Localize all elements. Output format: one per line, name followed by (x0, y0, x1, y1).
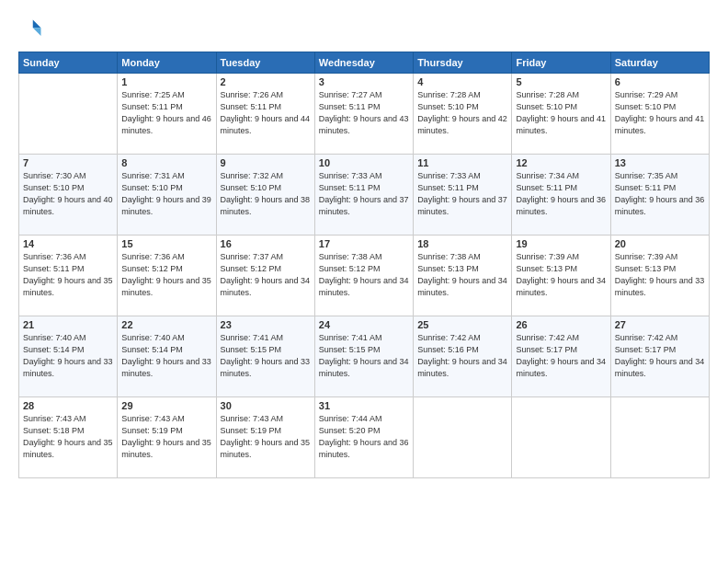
day-number: 18 (417, 238, 507, 249)
calendar-cell: 7Sunrise: 7:30 AMSunset: 5:10 PMDaylight… (19, 155, 118, 236)
day-info: Sunrise: 7:25 AMSunset: 5:11 PMDaylight:… (121, 89, 211, 137)
day-info: Sunrise: 7:30 AMSunset: 5:10 PMDaylight:… (23, 170, 113, 218)
day-number: 2 (221, 76, 311, 87)
calendar-week-row: 1Sunrise: 7:25 AMSunset: 5:11 PMDaylight… (19, 74, 710, 155)
day-number: 22 (121, 319, 211, 330)
day-number: 20 (615, 238, 705, 249)
day-info: Sunrise: 7:27 AMSunset: 5:11 PMDaylight:… (319, 89, 409, 137)
day-info: Sunrise: 7:26 AMSunset: 5:11 PMDaylight:… (221, 89, 311, 137)
day-number: 24 (319, 319, 409, 330)
calendar-cell: 8Sunrise: 7:31 AMSunset: 5:10 PMDaylight… (118, 155, 216, 236)
day-number: 11 (417, 157, 507, 168)
weekday-header: Friday (512, 52, 610, 74)
header (18, 17, 710, 42)
calendar-cell (512, 397, 610, 478)
calendar-cell: 22Sunrise: 7:40 AMSunset: 5:14 PMDayligh… (118, 316, 216, 397)
day-number: 25 (417, 319, 507, 330)
day-number: 8 (121, 157, 211, 168)
calendar-cell: 21Sunrise: 7:40 AMSunset: 5:14 PMDayligh… (19, 316, 118, 397)
weekday-header: Tuesday (216, 52, 314, 74)
day-number: 23 (221, 319, 311, 330)
day-info: Sunrise: 7:36 AMSunset: 5:11 PMDaylight:… (23, 251, 113, 299)
calendar-cell: 3Sunrise: 7:27 AMSunset: 5:11 PMDaylight… (314, 74, 413, 155)
calendar-cell: 26Sunrise: 7:42 AMSunset: 5:17 PMDayligh… (512, 316, 610, 397)
day-info: Sunrise: 7:34 AMSunset: 5:11 PMDaylight:… (516, 170, 606, 218)
day-number: 21 (23, 319, 113, 330)
day-info: Sunrise: 7:43 AMSunset: 5:19 PMDaylight:… (121, 413, 211, 461)
calendar-cell (414, 397, 512, 478)
day-info: Sunrise: 7:33 AMSunset: 5:11 PMDaylight:… (417, 170, 507, 218)
day-info: Sunrise: 7:38 AMSunset: 5:13 PMDaylight:… (417, 251, 507, 299)
day-info: Sunrise: 7:35 AMSunset: 5:11 PMDaylight:… (615, 170, 705, 218)
weekday-header: Sunday (19, 52, 118, 74)
day-info: Sunrise: 7:28 AMSunset: 5:10 PMDaylight:… (417, 89, 507, 137)
day-number: 14 (23, 238, 113, 249)
calendar-cell: 14Sunrise: 7:36 AMSunset: 5:11 PMDayligh… (19, 236, 118, 316)
day-number: 13 (615, 157, 705, 168)
calendar-cell: 25Sunrise: 7:42 AMSunset: 5:16 PMDayligh… (414, 316, 512, 397)
calendar: SundayMondayTuesdayWednesdayThursdayFrid… (18, 52, 710, 478)
calendar-cell (19, 74, 118, 155)
calendar-week-row: 28Sunrise: 7:43 AMSunset: 5:18 PMDayligh… (19, 397, 710, 478)
weekday-header: Monday (118, 52, 216, 74)
calendar-cell: 24Sunrise: 7:41 AMSunset: 5:15 PMDayligh… (314, 316, 413, 397)
day-number: 16 (221, 238, 311, 249)
calendar-cell: 13Sunrise: 7:35 AMSunset: 5:11 PMDayligh… (610, 155, 709, 236)
calendar-cell: 27Sunrise: 7:42 AMSunset: 5:17 PMDayligh… (610, 316, 709, 397)
calendar-cell: 19Sunrise: 7:39 AMSunset: 5:13 PMDayligh… (512, 236, 610, 316)
day-info: Sunrise: 7:40 AMSunset: 5:14 PMDaylight:… (121, 332, 211, 380)
logo (18, 17, 48, 42)
calendar-cell: 20Sunrise: 7:39 AMSunset: 5:13 PMDayligh… (610, 236, 709, 316)
day-info: Sunrise: 7:37 AMSunset: 5:12 PMDaylight:… (221, 251, 311, 299)
svg-marker-1 (33, 28, 41, 36)
weekday-header: Thursday (414, 52, 512, 74)
logo-icon (18, 17, 44, 42)
day-info: Sunrise: 7:32 AMSunset: 5:10 PMDaylight:… (221, 170, 311, 218)
calendar-header-row: SundayMondayTuesdayWednesdayThursdayFrid… (19, 52, 710, 74)
day-number: 7 (23, 157, 113, 168)
day-number: 6 (615, 76, 705, 87)
day-number: 4 (417, 76, 507, 87)
calendar-week-row: 14Sunrise: 7:36 AMSunset: 5:11 PMDayligh… (19, 236, 710, 316)
day-info: Sunrise: 7:42 AMSunset: 5:17 PMDaylight:… (615, 332, 705, 380)
calendar-week-row: 7Sunrise: 7:30 AMSunset: 5:10 PMDaylight… (19, 155, 710, 236)
day-number: 15 (121, 238, 211, 249)
day-info: Sunrise: 7:42 AMSunset: 5:16 PMDaylight:… (417, 332, 507, 380)
day-number: 5 (516, 76, 606, 87)
day-info: Sunrise: 7:28 AMSunset: 5:10 PMDaylight:… (516, 89, 606, 137)
day-info: Sunrise: 7:44 AMSunset: 5:20 PMDaylight:… (319, 413, 409, 461)
day-info: Sunrise: 7:29 AMSunset: 5:10 PMDaylight:… (615, 89, 705, 137)
day-info: Sunrise: 7:38 AMSunset: 5:12 PMDaylight:… (319, 251, 409, 299)
calendar-cell: 11Sunrise: 7:33 AMSunset: 5:11 PMDayligh… (414, 155, 512, 236)
calendar-cell: 5Sunrise: 7:28 AMSunset: 5:10 PMDaylight… (512, 74, 610, 155)
calendar-cell: 28Sunrise: 7:43 AMSunset: 5:18 PMDayligh… (19, 397, 118, 478)
day-number: 27 (615, 319, 705, 330)
day-number: 31 (319, 400, 409, 411)
calendar-cell: 2Sunrise: 7:26 AMSunset: 5:11 PMDaylight… (216, 74, 314, 155)
day-number: 30 (221, 400, 311, 411)
day-number: 17 (319, 238, 409, 249)
day-number: 12 (516, 157, 606, 168)
day-number: 1 (121, 76, 211, 87)
calendar-cell: 10Sunrise: 7:33 AMSunset: 5:11 PMDayligh… (314, 155, 413, 236)
weekday-header: Wednesday (314, 52, 413, 74)
calendar-cell: 31Sunrise: 7:44 AMSunset: 5:20 PMDayligh… (314, 397, 413, 478)
day-number: 9 (221, 157, 311, 168)
svg-marker-0 (33, 20, 41, 29)
day-number: 26 (516, 319, 606, 330)
day-number: 28 (23, 400, 113, 411)
day-number: 29 (121, 400, 211, 411)
day-info: Sunrise: 7:42 AMSunset: 5:17 PMDaylight:… (516, 332, 606, 380)
calendar-cell: 6Sunrise: 7:29 AMSunset: 5:10 PMDaylight… (610, 74, 709, 155)
calendar-cell: 12Sunrise: 7:34 AMSunset: 5:11 PMDayligh… (512, 155, 610, 236)
day-info: Sunrise: 7:39 AMSunset: 5:13 PMDaylight:… (516, 251, 606, 299)
day-info: Sunrise: 7:39 AMSunset: 5:13 PMDaylight:… (615, 251, 705, 299)
day-number: 19 (516, 238, 606, 249)
calendar-cell: 9Sunrise: 7:32 AMSunset: 5:10 PMDaylight… (216, 155, 314, 236)
calendar-cell: 23Sunrise: 7:41 AMSunset: 5:15 PMDayligh… (216, 316, 314, 397)
calendar-cell: 15Sunrise: 7:36 AMSunset: 5:12 PMDayligh… (118, 236, 216, 316)
calendar-cell (610, 397, 709, 478)
page: SundayMondayTuesdayWednesdayThursdayFrid… (0, 0, 728, 563)
day-info: Sunrise: 7:43 AMSunset: 5:19 PMDaylight:… (221, 413, 311, 461)
day-info: Sunrise: 7:33 AMSunset: 5:11 PMDaylight:… (319, 170, 409, 218)
